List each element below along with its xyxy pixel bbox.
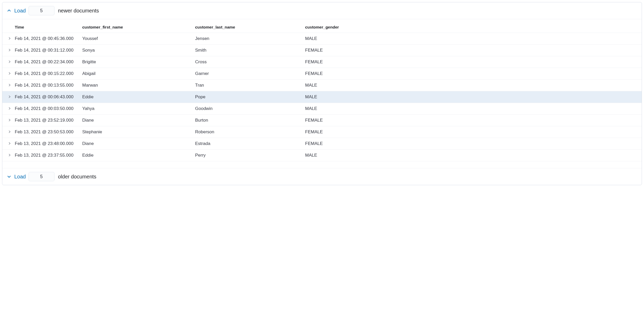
expand-toggle[interactable] xyxy=(2,33,13,45)
cell-gender: MALE xyxy=(303,103,642,115)
cell-time: Feb 14, 2021 @ 00:31:12.000 xyxy=(13,45,80,56)
table-row[interactable]: Feb 13, 2021 @ 23:48:00.000DianeEstradaF… xyxy=(2,138,642,150)
cell-last-name: Cross xyxy=(193,56,303,68)
chevron-right-icon xyxy=(8,59,11,64)
expand-toggle[interactable] xyxy=(2,115,13,126)
column-header-gender[interactable]: customer_gender xyxy=(303,22,642,33)
expand-toggle[interactable] xyxy=(2,45,13,56)
cell-last-name: Pope xyxy=(193,91,303,103)
documents-table: Time customer_first_name customer_last_n… xyxy=(2,22,642,161)
table-row[interactable]: Feb 14, 2021 @ 00:15:22.000AbigailGarner… xyxy=(2,68,642,80)
cell-gender: MALE xyxy=(303,80,642,91)
expand-toggle[interactable] xyxy=(2,56,13,68)
load-older-bar: Load older documents xyxy=(2,168,642,185)
chevron-right-icon xyxy=(8,48,11,53)
cell-time: Feb 14, 2021 @ 00:22:34.000 xyxy=(13,56,80,68)
load-newer-suffix: newer documents xyxy=(58,8,99,14)
cell-gender: MALE xyxy=(303,91,642,103)
cell-first-name: Sonya xyxy=(80,45,193,56)
documents-panel: Load newer documents Time customer_first… xyxy=(2,2,642,185)
cell-last-name: Garner xyxy=(193,68,303,80)
cell-last-name: Smith xyxy=(193,45,303,56)
column-header-time[interactable]: Time xyxy=(13,22,80,33)
cell-last-name: Goodwin xyxy=(193,103,303,115)
cell-first-name: Youssef xyxy=(80,33,193,45)
expand-toggle[interactable] xyxy=(2,68,13,80)
load-older-count-input[interactable] xyxy=(29,172,54,181)
cell-first-name: Yahya xyxy=(80,103,193,115)
cell-first-name: Marwan xyxy=(80,80,193,91)
expand-toggle[interactable] xyxy=(2,150,13,161)
chevron-down-icon xyxy=(6,175,12,179)
cell-last-name: Roberson xyxy=(193,126,303,138)
cell-time: Feb 14, 2021 @ 00:06:43.000 xyxy=(13,91,80,103)
chevron-right-icon xyxy=(8,71,11,76)
expand-toggle[interactable] xyxy=(2,103,13,115)
chevron-right-icon xyxy=(8,118,11,123)
table-row[interactable]: Feb 14, 2021 @ 00:13:55.000MarwanTranMAL… xyxy=(2,80,642,91)
cell-first-name: Stephanie xyxy=(80,126,193,138)
cell-time: Feb 14, 2021 @ 00:03:50.000 xyxy=(13,103,80,115)
cell-gender: FEMALE xyxy=(303,126,642,138)
load-newer-bar: Load newer documents xyxy=(2,2,642,19)
cell-time: Feb 13, 2021 @ 23:37:55.000 xyxy=(13,150,80,161)
expand-header xyxy=(2,22,13,33)
chevron-right-icon xyxy=(8,153,11,158)
cell-gender: FEMALE xyxy=(303,56,642,68)
chevron-right-icon xyxy=(8,129,11,134)
table-row[interactable]: Feb 14, 2021 @ 00:06:43.000EddiePopeMALE xyxy=(2,91,642,103)
chevron-right-icon xyxy=(8,94,11,99)
cell-time: Feb 13, 2021 @ 23:48:00.000 xyxy=(13,138,80,150)
cell-time: Feb 14, 2021 @ 00:13:55.000 xyxy=(13,80,80,91)
chevron-right-icon xyxy=(8,106,11,111)
table-row[interactable]: Feb 14, 2021 @ 00:45:36.000YoussefJensen… xyxy=(2,33,642,45)
expand-toggle[interactable] xyxy=(2,91,13,103)
table-row[interactable]: Feb 13, 2021 @ 23:52:19.000DianeBurtonFE… xyxy=(2,115,642,126)
expand-toggle[interactable] xyxy=(2,80,13,91)
cell-last-name: Perry xyxy=(193,150,303,161)
table-header-row: Time customer_first_name customer_last_n… xyxy=(2,22,642,33)
cell-time: Feb 13, 2021 @ 23:50:53.000 xyxy=(13,126,80,138)
table-row[interactable]: Feb 13, 2021 @ 23:50:53.000StephanieRobe… xyxy=(2,126,642,138)
expand-toggle[interactable] xyxy=(2,138,13,150)
cell-time: Feb 14, 2021 @ 00:45:36.000 xyxy=(13,33,80,45)
table-row[interactable]: Feb 14, 2021 @ 00:03:50.000YahyaGoodwinM… xyxy=(2,103,642,115)
cell-time: Feb 13, 2021 @ 23:52:19.000 xyxy=(13,115,80,126)
cell-first-name: Eddie xyxy=(80,150,193,161)
table-row[interactable]: Feb 14, 2021 @ 00:22:34.000BrigitteCross… xyxy=(2,56,642,68)
table-row[interactable]: Feb 13, 2021 @ 23:37:55.000EddiePerryMAL… xyxy=(2,150,642,161)
cell-first-name: Diane xyxy=(80,138,193,150)
column-header-first-name[interactable]: customer_first_name xyxy=(80,22,193,33)
table-row[interactable]: Feb 14, 2021 @ 00:31:12.000SonyaSmithFEM… xyxy=(2,45,642,56)
chevron-right-icon xyxy=(8,141,11,146)
expand-toggle[interactable] xyxy=(2,126,13,138)
load-older-link[interactable]: Load xyxy=(14,174,26,180)
documents-table-wrap: Time customer_first_name customer_last_n… xyxy=(2,19,642,168)
cell-last-name: Tran xyxy=(193,80,303,91)
cell-first-name: Eddie xyxy=(80,91,193,103)
cell-gender: FEMALE xyxy=(303,138,642,150)
cell-last-name: Jensen xyxy=(193,33,303,45)
cell-last-name: Estrada xyxy=(193,138,303,150)
cell-gender: MALE xyxy=(303,150,642,161)
chevron-right-icon xyxy=(8,36,11,41)
load-newer-link[interactable]: Load xyxy=(14,8,26,14)
cell-first-name: Brigitte xyxy=(80,56,193,68)
cell-first-name: Abigail xyxy=(80,68,193,80)
load-older-suffix: older documents xyxy=(58,174,97,180)
column-header-last-name[interactable]: customer_last_name xyxy=(193,22,303,33)
cell-gender: MALE xyxy=(303,33,642,45)
cell-gender: FEMALE xyxy=(303,68,642,80)
cell-gender: FEMALE xyxy=(303,45,642,56)
cell-last-name: Burton xyxy=(193,115,303,126)
load-newer-count-input[interactable] xyxy=(29,6,54,15)
cell-time: Feb 14, 2021 @ 00:15:22.000 xyxy=(13,68,80,80)
chevron-up-icon xyxy=(6,9,12,13)
chevron-right-icon xyxy=(8,83,11,88)
cell-gender: FEMALE xyxy=(303,115,642,126)
cell-first-name: Diane xyxy=(80,115,193,126)
